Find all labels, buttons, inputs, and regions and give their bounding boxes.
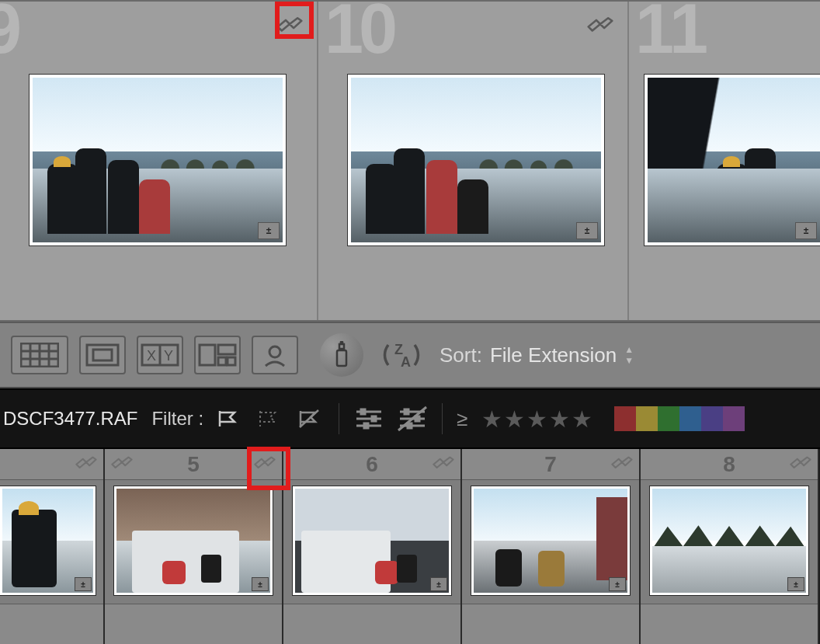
develop-badge-icon[interactable]: ±: [430, 577, 447, 591]
grid-toolbar: XY Z A Sort: File Extension ▲▼: [0, 322, 820, 388]
color-chip-purple[interactable]: [701, 406, 723, 431]
filmstrip-cell-8[interactable]: 8 ±: [641, 449, 819, 644]
svg-rect-6: [87, 345, 118, 365]
filmstrip: ± 5 ± 6: [0, 449, 820, 644]
develop-badge-icon[interactable]: ±: [252, 577, 269, 591]
star-icon[interactable]: ★: [549, 406, 570, 433]
svg-rect-12: [200, 345, 215, 365]
filter-bar: DSCF3477.RAF Filter : ≥ ★ ★ ★ ★ ★: [0, 388, 820, 449]
cell-index: 9: [0, 0, 17, 69]
grid-view: 9 ± 10 ± 11: [0, 0, 820, 322]
current-filename: DSCF3477.RAF: [3, 408, 137, 430]
svg-rect-15: [228, 357, 235, 365]
develop-badge-icon[interactable]: ±: [795, 222, 817, 239]
color-chip-red[interactable]: [614, 406, 636, 431]
color-chip-blue[interactable]: [679, 406, 701, 431]
divider: [442, 403, 443, 434]
flag-unflagged-icon[interactable]: [258, 409, 284, 429]
filmstrip-thumbnail[interactable]: ±: [114, 486, 273, 595]
quick-collection-flag-icon[interactable]: [111, 455, 133, 469]
develop-badge-icon[interactable]: ±: [787, 577, 804, 591]
develop-badge-icon[interactable]: ±: [609, 577, 626, 591]
svg-rect-13: [218, 345, 235, 354]
cell-index: 10: [325, 0, 393, 69]
compare-view-button[interactable]: XY: [137, 336, 183, 374]
filmstrip-thumbnail[interactable]: ±: [293, 486, 451, 595]
painter-tool-button[interactable]: [320, 333, 363, 377]
svg-rect-28: [364, 423, 368, 428]
filmstrip-thumbnail[interactable]: ±: [0, 486, 96, 595]
filmstrip-cell-5[interactable]: 5 ±: [105, 449, 283, 644]
sort-direction-button[interactable]: Z A: [374, 336, 429, 374]
develop-badge-icon[interactable]: ±: [75, 577, 92, 591]
thumbnails-grid-button[interactable]: [11, 336, 68, 374]
quick-collection-flag-icon[interactable]: [276, 16, 303, 33]
svg-rect-34: [408, 423, 412, 428]
color-chip-green[interactable]: [658, 406, 679, 431]
quick-collection-flag-icon[interactable]: [75, 455, 97, 469]
flag-picked-icon[interactable]: [217, 409, 244, 429]
edit-filter-icons[interactable]: [353, 406, 428, 432]
svg-rect-7: [93, 350, 112, 360]
svg-rect-14: [218, 357, 226, 365]
sort-label: Sort:: [440, 343, 482, 367]
color-label-filter[interactable]: [614, 406, 745, 431]
quick-collection-flag-icon[interactable]: [611, 455, 633, 469]
svg-text:Y: Y: [164, 348, 173, 364]
grid-cell-10[interactable]: 10 ±: [318, 2, 629, 320]
grid-thumbnail[interactable]: ±: [348, 75, 604, 245]
thumbnail-image: [351, 78, 601, 242]
filmstrip-cell-7[interactable]: 7 ±: [462, 449, 641, 644]
svg-point-16: [269, 346, 280, 357]
filmstrip-thumbnail[interactable]: ±: [650, 486, 808, 595]
svg-rect-32: [405, 409, 408, 414]
flag-rejected-icon[interactable]: [298, 409, 325, 429]
thumbnail-image: [116, 489, 270, 593]
cell-index: 11: [635, 0, 704, 69]
grid-cell-11[interactable]: 11 ±: [629, 2, 820, 320]
quick-collection-flag-icon[interactable]: [587, 16, 613, 33]
filmstrip-index: 5: [187, 452, 200, 477]
thumbnail-image: [33, 78, 283, 242]
svg-text:A: A: [401, 354, 411, 370]
develop-badge-icon[interactable]: ±: [576, 222, 598, 239]
quick-collection-flag-icon[interactable]: [790, 455, 811, 469]
star-icon[interactable]: ★: [504, 406, 525, 433]
thumbnail-image: [474, 489, 627, 593]
grid-thumbnail[interactable]: ±: [645, 75, 820, 245]
color-chip-magenta[interactable]: [723, 406, 745, 431]
filmstrip-cell-6[interactable]: 6 ±: [283, 449, 462, 644]
thumbnail-image: [648, 78, 820, 242]
color-chip-yellow[interactable]: [636, 406, 658, 431]
develop-badge-icon[interactable]: ±: [258, 222, 280, 239]
sort-value: File Extension: [490, 343, 617, 367]
sort-dropdown-icon: ▲▼: [624, 344, 634, 366]
thumbnail-image: [295, 489, 449, 593]
filter-label: Filter :: [151, 408, 203, 430]
star-icon[interactable]: ★: [572, 406, 592, 433]
filmstrip-index: 7: [544, 452, 557, 477]
quick-collection-flag-icon[interactable]: [433, 455, 454, 469]
survey-view-button[interactable]: [194, 336, 241, 374]
filmstrip-thumbnail[interactable]: ±: [471, 486, 630, 595]
rating-comparator-icon[interactable]: ≥: [457, 407, 467, 431]
sort-menu[interactable]: Sort: File Extension ▲▼: [440, 343, 634, 367]
filmstrip-cell[interactable]: ±: [0, 449, 105, 644]
svg-rect-27: [372, 416, 376, 421]
svg-point-19: [341, 342, 342, 343]
svg-text:X: X: [147, 348, 156, 364]
rating-stars[interactable]: ★ ★ ★ ★ ★: [481, 406, 592, 433]
svg-rect-17: [337, 350, 346, 366]
star-icon[interactable]: ★: [526, 406, 547, 433]
svg-rect-18: [339, 344, 344, 349]
grid-cell-9[interactable]: 9 ±: [0, 2, 318, 320]
loupe-view-button[interactable]: [79, 336, 126, 374]
people-view-button[interactable]: [252, 336, 298, 374]
star-icon[interactable]: ★: [481, 406, 502, 433]
divider: [339, 403, 339, 434]
filmstrip-index: 6: [366, 452, 378, 477]
quick-collection-flag-icon[interactable]: [254, 455, 276, 469]
filmstrip-index: 8: [723, 452, 735, 477]
thumbnail-image: [652, 489, 806, 593]
grid-thumbnail[interactable]: ±: [30, 75, 286, 245]
